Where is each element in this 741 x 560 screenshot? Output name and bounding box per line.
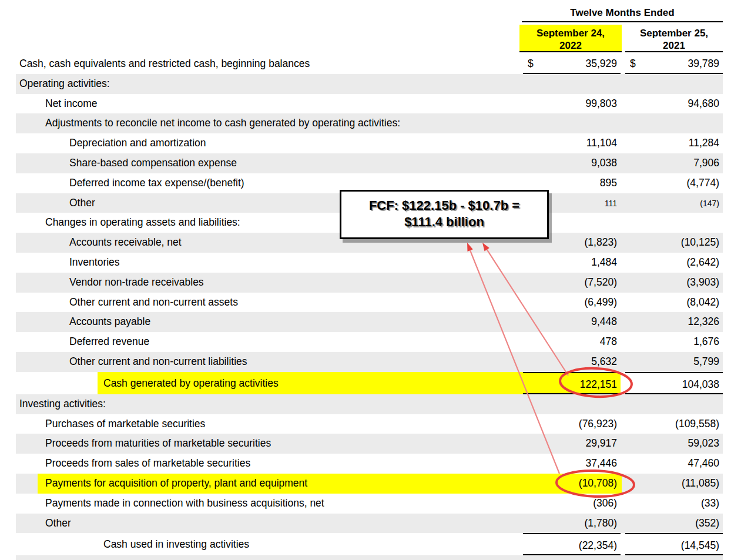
value-cell: 11,284 [625, 133, 723, 153]
value-text: 99,803 [585, 98, 617, 109]
table-row: Cash used in investing activities(22,354… [0, 533, 741, 555]
value-cell: 5,632 [523, 352, 621, 372]
row-label: Inventories [69, 253, 120, 273]
value-text: 5,632 [591, 356, 617, 367]
value-cell: 47,460 [625, 454, 723, 474]
value-text: 122,151 [580, 378, 617, 390]
value-cell: (2,642) [625, 253, 723, 273]
value-cell: 99,803 [523, 94, 621, 114]
table-row: Purchases of marketable securities(76,92… [0, 414, 741, 434]
value-cell: 12,326 [625, 312, 723, 332]
row-label: Proceeds from maturities of marketable s… [45, 434, 271, 454]
value-text: 59,023 [688, 437, 719, 449]
value-cell: (11,085) [625, 474, 723, 494]
value-cell: 5,799 [625, 352, 723, 372]
table-row: Proceeds from maturities of marketable s… [0, 434, 741, 454]
row-label: Net income [45, 94, 98, 114]
cash-flow-statement-page: Twelve Months Ended September 24, 2022 S… [0, 0, 741, 560]
row-label: Other [45, 514, 71, 534]
row-label: Adjustments to reconcile net income to c… [45, 113, 400, 133]
value-text: 9,038 [591, 157, 617, 169]
row-label: Other current and non-current assets [69, 293, 238, 313]
table-row: Proceeds from sales of marketable securi… [0, 454, 741, 474]
value-cell: (6,499) [523, 293, 621, 313]
currency-symbol: $ [630, 54, 636, 74]
column-header-sep-25-2021: September 25, 2021 [625, 25, 723, 52]
table-row: Other current and non-current assets(6,4… [0, 293, 741, 313]
row-label: Cash generated by operating activities [103, 372, 279, 394]
column-header-line1: September 25, [625, 27, 723, 39]
row-label: Operating activities: [19, 74, 110, 94]
value-text: (11,085) [682, 477, 719, 489]
value-text: 35,929 [585, 58, 617, 69]
value-text: 895 [600, 177, 617, 189]
table-row: Financing activities: [0, 555, 741, 560]
value-cell: 9,448 [523, 312, 621, 332]
value-text: 47,460 [688, 457, 719, 469]
value-text: (1,780) [585, 517, 617, 529]
value-text: 1,676 [693, 336, 719, 347]
value-text: (147) [700, 199, 719, 208]
row-label: Investing activities: [19, 394, 106, 414]
table-row: Payments made in connection with busines… [0, 494, 741, 514]
value-text: (3,903) [687, 276, 719, 288]
value-cell: (22,354) [523, 533, 621, 555]
table-row: Inventories1,484(2,642) [0, 253, 741, 273]
value-text: (6,499) [585, 296, 617, 308]
value-cell: 478 [523, 332, 621, 352]
table-row: Payments for acquisition of property, pl… [0, 474, 741, 494]
value-cell: 11,104 [523, 133, 621, 153]
value-text: 111 [605, 199, 617, 208]
table-body: Cash, cash equivalents and restricted ca… [0, 54, 741, 560]
value-text: (33) [701, 497, 719, 509]
row-label: Vendor non-trade receivables [69, 273, 204, 293]
column-header-sep-24-2022: September 24, 2022 [519, 25, 622, 52]
value-cell: (76,923) [523, 414, 621, 434]
value-cell: (306) [523, 494, 621, 514]
value-text: 37,446 [585, 457, 617, 469]
row-label: Deferred income tax expense/(benefit) [69, 173, 244, 193]
value-text: 5,799 [693, 356, 719, 367]
table-row: Accounts payable9,44812,326 [0, 312, 741, 332]
value-text: (10,708) [579, 477, 617, 489]
value-cell: 104,038 [625, 372, 723, 394]
fcf-callout-box: FCF: $122.15b - $10.7b = $111.4 billion [340, 190, 549, 239]
value-cell: (147) [625, 193, 723, 213]
value-text: 11,104 [586, 137, 617, 149]
column-header-line2: 2022 [519, 39, 622, 52]
row-label: Other current and non-current liabilitie… [69, 352, 247, 372]
value-cell: (33) [625, 494, 723, 514]
value-text: (76,923) [579, 418, 617, 430]
table-header: Twelve Months Ended September 24, 2022 S… [0, 0, 741, 54]
table-row: Adjustments to reconcile net income to c… [0, 113, 741, 133]
value-cell: 122,151 [523, 372, 621, 394]
table-row: Operating activities: [0, 74, 741, 94]
value-text: 478 [600, 336, 617, 347]
value-cell: (3,903) [625, 273, 723, 293]
period-header: Twelve Months Ended [522, 7, 723, 22]
table-row: Investing activities: [0, 394, 741, 414]
column-header-line1: September 24, [519, 27, 622, 39]
value-cell: (352) [625, 514, 723, 534]
value-text: 12,326 [688, 316, 719, 327]
row-label: Financing activities: [19, 555, 109, 560]
value-text: 104,038 [682, 378, 719, 390]
value-cell: (1,780) [523, 514, 621, 534]
table-row: Net income99,80394,680 [0, 94, 741, 114]
value-text: (22,354) [579, 539, 617, 551]
value-text: 29,917 [585, 437, 617, 449]
row-label: Payments for acquisition of property, pl… [45, 474, 307, 494]
table-row: Vendor non-trade receivables(7,520)(3,90… [0, 273, 741, 293]
value-cell: 1,676 [625, 332, 723, 352]
table-row: Other(1,780)(352) [0, 514, 741, 534]
value-cell: $39,789 [625, 54, 723, 74]
row-label: Proceeds from sales of marketable securi… [45, 454, 250, 474]
value-text: (7,520) [585, 276, 617, 288]
value-cell: (8,042) [625, 293, 723, 313]
row-label: Changes in operating assets and liabilit… [45, 213, 240, 233]
callout-line2: $111.4 billion [341, 214, 547, 230]
table-row: Share-based compensation expense9,0387,9… [0, 153, 741, 173]
value-text: 7,906 [693, 157, 719, 169]
value-cell: 1,484 [523, 253, 621, 273]
value-text: (109,558) [675, 418, 719, 430]
